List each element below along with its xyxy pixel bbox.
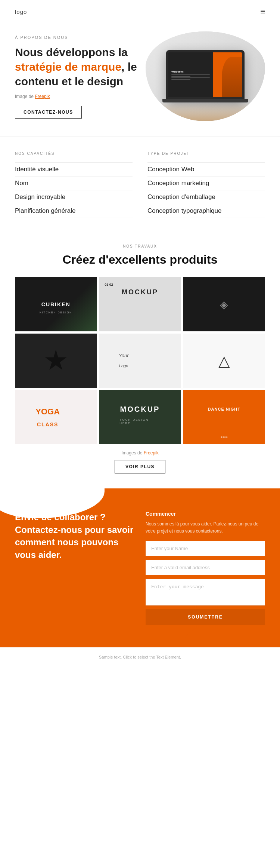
laptop-base: [162, 99, 248, 102]
hero-pretitle: À PROPOS DE NOUS: [15, 35, 138, 40]
hero-text: À PROPOS DE NOUS Nous développons la str…: [15, 31, 138, 119]
laptop-body: Welcome!: [166, 50, 245, 102]
cta-title: Envie de collaborer ? Contactez-nous pou…: [15, 511, 134, 561]
capabilities-col1: NOS CAPACITÉS Identité visuelleNomDesign…: [15, 151, 133, 218]
hands-area: [146, 102, 265, 121]
screen-right: [213, 52, 242, 97]
screen-left: Welcome!: [168, 52, 213, 97]
portfolio-grid: [15, 277, 265, 444]
portfolio-credit: Images de Freepik: [15, 450, 265, 456]
portfolio-item[interactable]: [15, 334, 97, 388]
hero-section: À PROPOS DE NOUS Nous développons la str…: [0, 20, 280, 136]
hero-credit: Image de Freepik: [15, 94, 138, 99]
cap1-list: Identité visuelleNomDesign incroyablePla…: [15, 162, 133, 218]
list-item: Conception marketing: [147, 177, 265, 190]
submit-button[interactable]: SOUMETTRE: [146, 609, 265, 625]
footer-text: Sample text. Click to select the Text El…: [99, 655, 181, 659]
cta-form: SOUMETTRE: [146, 541, 265, 625]
portfolio-item[interactable]: [99, 390, 181, 444]
portfolio-item[interactable]: [15, 277, 97, 331]
portfolio-pretitle: NOS TRAVAUX: [15, 244, 265, 248]
list-item: Conception Web: [147, 162, 265, 177]
cap2-pretitle: TYPE DE PROJET: [147, 151, 265, 156]
cta-inner: Envie de collaborer ? Contactez-nous pou…: [0, 488, 280, 647]
portfolio-item[interactable]: [99, 277, 181, 331]
contact-button[interactable]: CONTACTEZ-NOUS: [15, 106, 82, 119]
cta-form-title: Commencer: [146, 511, 265, 517]
list-item: Planification générale: [15, 204, 133, 218]
capabilities-section: NOS CAPACITÉS Identité visuelleNomDesign…: [0, 136, 280, 229]
logo: logo: [15, 9, 27, 15]
list-item: Design incroyable: [15, 190, 133, 204]
laptop-screen: Welcome!: [168, 52, 242, 97]
hamburger-icon[interactable]: ≡: [260, 7, 265, 16]
hero-credit-link[interactable]: Freepik: [35, 94, 50, 99]
portfolio-item[interactable]: [15, 390, 97, 444]
portfolio-item[interactable]: [99, 334, 181, 388]
portfolio-btn-wrap: VOIR PLUS: [15, 460, 265, 473]
cta-left: Envie de collaborer ? Contactez-nous pou…: [15, 511, 134, 625]
portfolio-title: Créez d'excellents produits: [15, 253, 265, 267]
portfolio-item[interactable]: [183, 277, 265, 331]
capabilities-col2: TYPE DE PROJET Conception WebConception …: [147, 151, 265, 218]
person-silhouette: [222, 57, 242, 97]
portfolio-item[interactable]: [183, 390, 265, 444]
list-item: Conception d'emballage: [147, 190, 265, 204]
site-header: logo ≡: [0, 0, 280, 20]
name-input[interactable]: [146, 541, 265, 556]
portfolio-section: NOS TRAVAUX Créez d'excellents produits …: [0, 229, 280, 488]
cta-description: Nous sommes là pour vous aider. Parlez-n…: [146, 521, 265, 535]
hero-title-accent: stratégie de marque: [15, 61, 121, 73]
email-input[interactable]: [146, 560, 265, 575]
list-item: Nom: [15, 177, 133, 190]
laptop-mockup: Welcome!: [146, 31, 265, 121]
message-input[interactable]: [146, 579, 265, 605]
voir-plus-button[interactable]: VOIR PLUS: [115, 460, 165, 473]
portfolio-item[interactable]: [183, 334, 265, 388]
hero-title-part1: Nous développons la: [15, 46, 128, 58]
list-item: Conception typographique: [147, 204, 265, 218]
hero-image: Welcome!: [146, 31, 265, 121]
footer: Sample text. Click to select the Text El…: [0, 647, 280, 667]
cta-section: Envie de collaborer ? Contactez-nous pou…: [0, 488, 280, 647]
hero-title: Nous développons la stratégie de marque,…: [15, 45, 138, 89]
cap1-pretitle: NOS CAPACITÉS: [15, 151, 133, 156]
list-item: Identité visuelle: [15, 162, 133, 177]
cta-right: Commencer Nous sommes là pour vous aider…: [146, 511, 265, 625]
cap2-list: Conception WebConception marketingConcep…: [147, 162, 265, 218]
portfolio-credit-link[interactable]: Freepik: [144, 450, 159, 456]
